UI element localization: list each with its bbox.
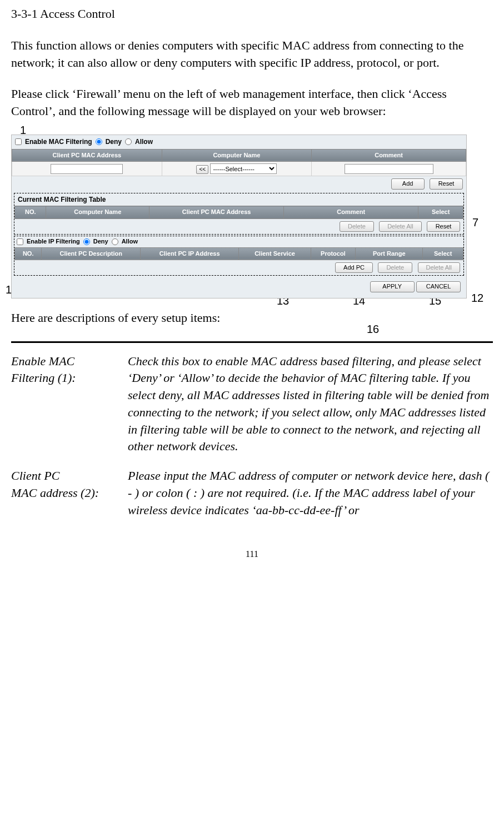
ip-delete-all-button[interactable]: Delete All: [418, 262, 460, 273]
intro-paragraph-1: This function allows or denies computers…: [11, 37, 493, 72]
term-client-pc-mac: Client PC MAC address (2):: [11, 467, 128, 531]
th-mac2: Client PC MAC Address: [149, 206, 284, 218]
apply-cancel-row: APPLY CANCEL: [12, 277, 466, 297]
th-ip-port: Port Range: [356, 247, 423, 260]
copy-name-button[interactable]: <<: [196, 165, 208, 174]
mac-delete-all-button[interactable]: Delete All: [379, 221, 421, 232]
mac-delete-button[interactable]: Delete: [340, 221, 374, 232]
mac-deny-label: Deny: [106, 137, 122, 147]
th-comment: Comment: [312, 149, 466, 161]
mac-allow-radio[interactable]: [125, 138, 132, 145]
intro-paragraph-2: Please click ‘Firewall’ menu on the left…: [11, 86, 493, 120]
mac-filtering-header: Enable MAC Filtering Deny Allow: [12, 135, 466, 149]
th-ip-desc: Client PC Description: [42, 247, 141, 260]
ip-filtering-table: NO. Client PC Description Client PC IP A…: [14, 247, 463, 260]
th-comment2: Comment: [284, 206, 418, 218]
enable-mac-filtering-checkbox[interactable]: [15, 138, 22, 145]
mac-table-buttons: Delete Delete All Reset: [14, 219, 463, 234]
term-2-line-1: Client PC: [11, 469, 59, 482]
ip-deny-label: Deny: [93, 237, 108, 246]
th-computer-name: Computer Name: [162, 149, 312, 161]
term-1-line-2: Filtering (1):: [11, 371, 76, 385]
mac-table-reset-button[interactable]: Reset: [427, 221, 460, 232]
computer-name-select[interactable]: ------Select------: [210, 163, 277, 174]
th-ip-addr: Client PC IP Address: [140, 247, 239, 260]
th-client-mac: Client PC MAC Address: [12, 149, 162, 161]
desc-client-pc-mac: Please input the MAC address of computer…: [128, 467, 493, 531]
desc-enable-mac: Check this box to enable MAC address bas…: [128, 353, 493, 468]
screenshot-figure: 1 2 3 4 5 6 7 8 9 10 11 12 13 14 15 16 E…: [11, 135, 493, 298]
callout-16: 16: [367, 321, 379, 337]
section-heading: 3-3-1 Access Control: [11, 6, 493, 23]
mac-allow-label: Allow: [135, 137, 153, 147]
mac-filtering-table: NO. Computer Name Client PC MAC Address …: [14, 206, 463, 218]
th-ip-service: Client Service: [239, 247, 311, 260]
th-ip-protocol: Protocol: [311, 247, 356, 260]
after-image-text: Here are descriptions of every setup ite…: [11, 310, 493, 327]
apply-button[interactable]: APPLY: [370, 281, 415, 292]
term-2-line-2: MAC address (2):: [11, 486, 99, 500]
th-select: Select: [418, 206, 463, 218]
th-name2: Computer Name: [46, 206, 149, 218]
divider: [11, 341, 493, 343]
mac-reset-button[interactable]: Reset: [430, 178, 463, 189]
ip-filtering-panel: Enable IP Filtering Deny Allow NO. Clien…: [14, 236, 464, 276]
mac-filtering-table-panel: Current MAC Filtering Table NO. Computer…: [14, 193, 464, 235]
enable-mac-filtering-label: Enable MAC Filtering: [25, 137, 92, 147]
ip-delete-button[interactable]: Delete: [378, 262, 412, 273]
ip-allow-radio[interactable]: [112, 238, 118, 245]
th-no: NO.: [15, 206, 46, 218]
ip-filtering-header: Enable IP Filtering Deny Allow: [14, 236, 463, 247]
term-1-line-1: Enable MAC: [11, 354, 74, 368]
th-ip-no: NO.: [15, 247, 42, 260]
mac-filtering-table-title: Current MAC Filtering Table: [14, 193, 463, 206]
page-number: 111: [11, 548, 493, 560]
mac-entry-table: Client PC MAC Address Computer Name Comm…: [12, 149, 466, 176]
th-ip-select: Select: [423, 247, 463, 260]
definitions-table: Enable MAC Filtering (1): Check this box…: [11, 353, 493, 531]
term-enable-mac: Enable MAC Filtering (1):: [11, 353, 128, 468]
cancel-button[interactable]: CANCEL: [416, 281, 461, 292]
mac-deny-radio[interactable]: [96, 138, 102, 145]
callout-7: 7: [472, 215, 478, 230]
client-mac-input[interactable]: [51, 164, 123, 174]
enable-ip-filtering-label: Enable IP Filtering: [27, 237, 80, 246]
ip-deny-radio[interactable]: [83, 238, 90, 245]
ip-add-pc-button[interactable]: Add PC: [335, 262, 373, 273]
ip-allow-label: Allow: [122, 237, 138, 246]
ip-table-buttons: Add PC Delete Delete All: [14, 260, 463, 275]
comment-input[interactable]: [345, 164, 433, 174]
mac-entry-buttons: Add Reset: [12, 176, 466, 191]
mac-add-button[interactable]: Add: [391, 178, 425, 189]
enable-ip-filtering-checkbox[interactable]: [17, 238, 23, 245]
callout-12: 12: [471, 290, 483, 306]
router-ui-screenshot: Enable MAC Filtering Deny Allow Client P…: [11, 135, 467, 298]
